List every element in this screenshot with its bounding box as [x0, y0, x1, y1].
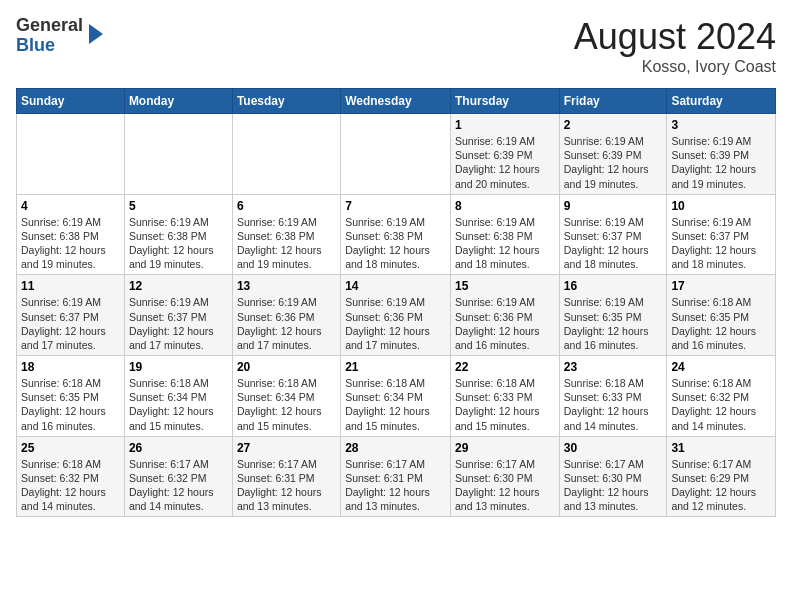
calendar-cell: 30Sunrise: 6:17 AM Sunset: 6:30 PM Dayli… [559, 436, 667, 517]
calendar-cell: 27Sunrise: 6:17 AM Sunset: 6:31 PM Dayli… [232, 436, 340, 517]
logo-arrow-icon [89, 24, 103, 44]
day-info: Sunrise: 6:17 AM Sunset: 6:31 PM Dayligh… [345, 457, 446, 514]
day-info: Sunrise: 6:19 AM Sunset: 6:38 PM Dayligh… [21, 215, 120, 272]
day-number: 15 [455, 279, 555, 293]
day-number: 26 [129, 441, 228, 455]
weekday-header-wednesday: Wednesday [341, 89, 451, 114]
day-info: Sunrise: 6:17 AM Sunset: 6:31 PM Dayligh… [237, 457, 336, 514]
day-info: Sunrise: 6:19 AM Sunset: 6:39 PM Dayligh… [671, 134, 771, 191]
day-info: Sunrise: 6:19 AM Sunset: 6:37 PM Dayligh… [129, 295, 228, 352]
day-number: 3 [671, 118, 771, 132]
calendar-cell: 3Sunrise: 6:19 AM Sunset: 6:39 PM Daylig… [667, 114, 776, 195]
day-info: Sunrise: 6:17 AM Sunset: 6:29 PM Dayligh… [671, 457, 771, 514]
calendar-cell: 21Sunrise: 6:18 AM Sunset: 6:34 PM Dayli… [341, 356, 451, 437]
calendar-cell: 7Sunrise: 6:19 AM Sunset: 6:38 PM Daylig… [341, 194, 451, 275]
day-number: 11 [21, 279, 120, 293]
calendar-cell: 22Sunrise: 6:18 AM Sunset: 6:33 PM Dayli… [450, 356, 559, 437]
weekday-header-monday: Monday [124, 89, 232, 114]
day-info: Sunrise: 6:18 AM Sunset: 6:32 PM Dayligh… [671, 376, 771, 433]
day-info: Sunrise: 6:18 AM Sunset: 6:33 PM Dayligh… [455, 376, 555, 433]
calendar-cell: 28Sunrise: 6:17 AM Sunset: 6:31 PM Dayli… [341, 436, 451, 517]
day-number: 5 [129, 199, 228, 213]
day-info: Sunrise: 6:19 AM Sunset: 6:36 PM Dayligh… [345, 295, 446, 352]
day-number: 27 [237, 441, 336, 455]
day-info: Sunrise: 6:18 AM Sunset: 6:34 PM Dayligh… [345, 376, 446, 433]
day-info: Sunrise: 6:19 AM Sunset: 6:36 PM Dayligh… [455, 295, 555, 352]
day-number: 25 [21, 441, 120, 455]
day-number: 1 [455, 118, 555, 132]
weekday-header-thursday: Thursday [450, 89, 559, 114]
weekday-header-friday: Friday [559, 89, 667, 114]
calendar-cell: 31Sunrise: 6:17 AM Sunset: 6:29 PM Dayli… [667, 436, 776, 517]
day-number: 22 [455, 360, 555, 374]
day-info: Sunrise: 6:19 AM Sunset: 6:35 PM Dayligh… [564, 295, 663, 352]
day-info: Sunrise: 6:19 AM Sunset: 6:39 PM Dayligh… [455, 134, 555, 191]
day-number: 4 [21, 199, 120, 213]
calendar-cell: 25Sunrise: 6:18 AM Sunset: 6:32 PM Dayli… [17, 436, 125, 517]
calendar-cell: 14Sunrise: 6:19 AM Sunset: 6:36 PM Dayli… [341, 275, 451, 356]
calendar-week-row: 25Sunrise: 6:18 AM Sunset: 6:32 PM Dayli… [17, 436, 776, 517]
day-number: 6 [237, 199, 336, 213]
calendar-cell: 10Sunrise: 6:19 AM Sunset: 6:37 PM Dayli… [667, 194, 776, 275]
day-number: 7 [345, 199, 446, 213]
title-block: August 2024 Kosso, Ivory Coast [574, 16, 776, 76]
day-number: 12 [129, 279, 228, 293]
day-info: Sunrise: 6:19 AM Sunset: 6:36 PM Dayligh… [237, 295, 336, 352]
day-number: 30 [564, 441, 663, 455]
calendar-cell: 6Sunrise: 6:19 AM Sunset: 6:38 PM Daylig… [232, 194, 340, 275]
weekday-header-saturday: Saturday [667, 89, 776, 114]
logo-blue: Blue [16, 35, 55, 55]
day-info: Sunrise: 6:17 AM Sunset: 6:30 PM Dayligh… [564, 457, 663, 514]
day-info: Sunrise: 6:19 AM Sunset: 6:38 PM Dayligh… [455, 215, 555, 272]
logo-general: General [16, 15, 83, 35]
day-info: Sunrise: 6:19 AM Sunset: 6:38 PM Dayligh… [129, 215, 228, 272]
day-number: 8 [455, 199, 555, 213]
calendar-cell: 11Sunrise: 6:19 AM Sunset: 6:37 PM Dayli… [17, 275, 125, 356]
calendar-cell [17, 114, 125, 195]
day-info: Sunrise: 6:18 AM Sunset: 6:34 PM Dayligh… [129, 376, 228, 433]
calendar-cell: 9Sunrise: 6:19 AM Sunset: 6:37 PM Daylig… [559, 194, 667, 275]
calendar-cell: 2Sunrise: 6:19 AM Sunset: 6:39 PM Daylig… [559, 114, 667, 195]
calendar-cell: 16Sunrise: 6:19 AM Sunset: 6:35 PM Dayli… [559, 275, 667, 356]
day-info: Sunrise: 6:19 AM Sunset: 6:37 PM Dayligh… [21, 295, 120, 352]
calendar-cell: 15Sunrise: 6:19 AM Sunset: 6:36 PM Dayli… [450, 275, 559, 356]
day-info: Sunrise: 6:18 AM Sunset: 6:34 PM Dayligh… [237, 376, 336, 433]
calendar-cell: 4Sunrise: 6:19 AM Sunset: 6:38 PM Daylig… [17, 194, 125, 275]
logo: General Blue [16, 16, 103, 56]
day-number: 29 [455, 441, 555, 455]
day-number: 10 [671, 199, 771, 213]
calendar-cell: 29Sunrise: 6:17 AM Sunset: 6:30 PM Dayli… [450, 436, 559, 517]
calendar-cell: 1Sunrise: 6:19 AM Sunset: 6:39 PM Daylig… [450, 114, 559, 195]
calendar-cell: 12Sunrise: 6:19 AM Sunset: 6:37 PM Dayli… [124, 275, 232, 356]
day-number: 21 [345, 360, 446, 374]
calendar-cell: 26Sunrise: 6:17 AM Sunset: 6:32 PM Dayli… [124, 436, 232, 517]
day-number: 9 [564, 199, 663, 213]
day-info: Sunrise: 6:19 AM Sunset: 6:37 PM Dayligh… [564, 215, 663, 272]
day-info: Sunrise: 6:18 AM Sunset: 6:33 PM Dayligh… [564, 376, 663, 433]
weekday-header-row: SundayMondayTuesdayWednesdayThursdayFrid… [17, 89, 776, 114]
day-number: 2 [564, 118, 663, 132]
day-number: 14 [345, 279, 446, 293]
calendar-cell: 17Sunrise: 6:18 AM Sunset: 6:35 PM Dayli… [667, 275, 776, 356]
day-number: 17 [671, 279, 771, 293]
calendar-cell: 18Sunrise: 6:18 AM Sunset: 6:35 PM Dayli… [17, 356, 125, 437]
calendar-cell [124, 114, 232, 195]
weekday-header-sunday: Sunday [17, 89, 125, 114]
calendar-cell: 13Sunrise: 6:19 AM Sunset: 6:36 PM Dayli… [232, 275, 340, 356]
calendar-week-row: 4Sunrise: 6:19 AM Sunset: 6:38 PM Daylig… [17, 194, 776, 275]
calendar-cell [232, 114, 340, 195]
day-info: Sunrise: 6:17 AM Sunset: 6:32 PM Dayligh… [129, 457, 228, 514]
day-number: 19 [129, 360, 228, 374]
calendar-cell: 19Sunrise: 6:18 AM Sunset: 6:34 PM Dayli… [124, 356, 232, 437]
day-number: 18 [21, 360, 120, 374]
calendar-cell: 20Sunrise: 6:18 AM Sunset: 6:34 PM Dayli… [232, 356, 340, 437]
weekday-header-tuesday: Tuesday [232, 89, 340, 114]
calendar-week-row: 11Sunrise: 6:19 AM Sunset: 6:37 PM Dayli… [17, 275, 776, 356]
day-number: 13 [237, 279, 336, 293]
day-info: Sunrise: 6:18 AM Sunset: 6:35 PM Dayligh… [671, 295, 771, 352]
day-info: Sunrise: 6:19 AM Sunset: 6:38 PM Dayligh… [237, 215, 336, 272]
day-info: Sunrise: 6:19 AM Sunset: 6:38 PM Dayligh… [345, 215, 446, 272]
calendar-week-row: 18Sunrise: 6:18 AM Sunset: 6:35 PM Dayli… [17, 356, 776, 437]
day-info: Sunrise: 6:17 AM Sunset: 6:30 PM Dayligh… [455, 457, 555, 514]
calendar-cell: 23Sunrise: 6:18 AM Sunset: 6:33 PM Dayli… [559, 356, 667, 437]
